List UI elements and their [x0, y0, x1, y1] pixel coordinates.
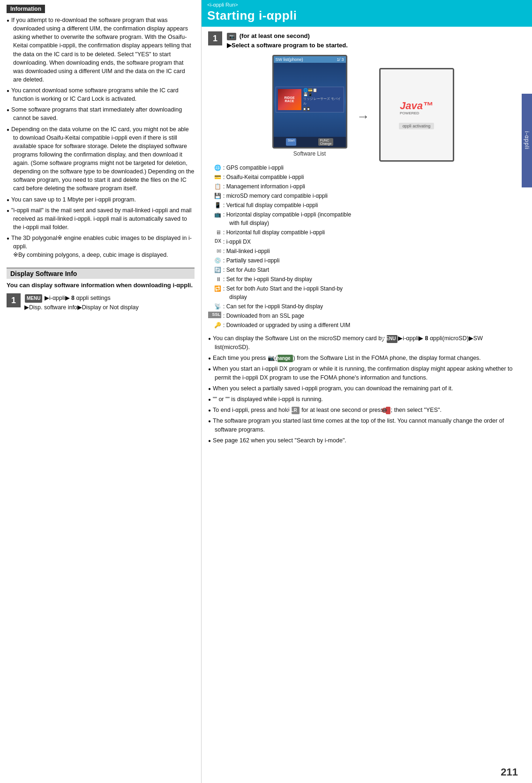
- step1-text1: ▶i-αppli▶ 8 αppli settings: [45, 295, 111, 301]
- activating-text: αppli activating: [399, 123, 435, 129]
- sw-game-thumb: RIDGERACE: [278, 89, 301, 110]
- partial-icon: 💿: [208, 256, 221, 265]
- phone-top-bar: SW list(phone) 1/ 3: [274, 56, 346, 63]
- phone-right-wrapper: Java™ POWERED αppli activating: [379, 68, 454, 162]
- step1-bold: 📷 (for at least one second): [227, 32, 310, 39]
- right-step1-content: 📷 (for at least one second) ▶Select a so…: [227, 31, 348, 50]
- phone-image-area: SW list(phone) 1/ 3 RIDGERACE: [208, 55, 518, 162]
- bullet-note: "" or "" is displayed while i-αppli is r…: [208, 395, 518, 403]
- phone-bottom: Start FUNCChange: [274, 137, 346, 147]
- osaifu-label: : Osaifu-Keitai compatible i-αppli: [223, 173, 518, 181]
- step1-line1: (for at least one second): [240, 32, 310, 39]
- sw-icon-row2: 💾📱: [303, 92, 342, 97]
- end-key: 📵: [386, 407, 390, 415]
- bullet-note: When you select a partially saved i-αppl…: [208, 384, 518, 393]
- icon-row-standby: ⏸ : Set for the i-αppli Stand-by display: [208, 275, 518, 283]
- sw-item-icons: 🌐💳📋 💾📱 リッジ レーサーズ モバイル ■ ■: [303, 88, 342, 111]
- icon-row-microsd: 💾 : microSD memory card compatible i-αpp…: [208, 192, 518, 200]
- left-column: Information If you attempt to re-downloa…: [0, 0, 202, 783]
- page-wrapper: Information If you attempt to re-downloa…: [0, 0, 532, 783]
- bullet-note: Each time you press 📷(Change) from the S…: [208, 354, 518, 363]
- mail-icon: ✉: [208, 247, 221, 255]
- phone-screen-inner-left: SW list(phone) 1/ 3 RIDGERACE: [274, 56, 346, 147]
- phone-left-wrapper: SW list(phone) 1/ 3 RIDGERACE: [272, 55, 347, 162]
- microsd-label: : microSD memory card compatible i-αppli: [223, 192, 518, 200]
- phone-screen-left: SW list(phone) 1/ 3 RIDGERACE: [272, 55, 347, 149]
- icon-row-ssl: SSL : Downloaded from an SSL page: [208, 312, 518, 320]
- mail-label: : Mail-linked i-αppli: [223, 247, 518, 255]
- info-header: Information: [7, 5, 45, 13]
- java-logo-area: Java™ POWERED: [400, 101, 433, 120]
- sw-item-tags: ■ ■: [303, 107, 342, 111]
- vertical-icon: 📱: [208, 201, 221, 209]
- diffuim-label: : Downloaded or upgraded by using a diff…: [223, 321, 518, 329]
- java-logo: Java™: [400, 101, 433, 111]
- autostart-label: : Set for Auto Start: [223, 266, 518, 274]
- arrow-right-icon: →: [357, 109, 370, 124]
- vertical-label: : Vertical full display compatible i-αpp…: [223, 201, 518, 209]
- right-step-number-1: 1: [208, 31, 222, 45]
- java-content: Java™ POWERED αppli activating: [399, 69, 435, 160]
- change-key: Change: [277, 355, 293, 363]
- mgmt-label: : Management information i-αppli: [223, 182, 518, 191]
- autostart-icon: 🔄: [208, 266, 221, 274]
- info-box: Information If you attempt to re-downloa…: [7, 5, 195, 259]
- ssl-label: : Downloaded from an SSL page: [223, 312, 518, 320]
- list-item: Depending on the data volume on the IC c…: [7, 125, 195, 193]
- sw-list-label: SW list(phone): [276, 57, 303, 62]
- horizontal-icon: 📺: [208, 210, 221, 219]
- step1-text2: ▶Disp. software info▶Display or Not disp…: [24, 304, 139, 311]
- canset-label: : Can set for the i-αppli Stand-by displ…: [223, 302, 518, 311]
- hfull-icon: 🖥: [208, 228, 221, 237]
- dx-icon: DX: [208, 238, 221, 245]
- bullet-note: You can display the Software List on the…: [208, 334, 518, 351]
- partial-label: : Partially saved i-αppli: [223, 256, 518, 265]
- list-item: You can save up to 1 Mbyte per i-αppli p…: [7, 195, 195, 204]
- both-label: : Set for both Auto Start and the i-αppl…: [223, 284, 518, 301]
- diffuim-icon: 🔑: [208, 321, 221, 329]
- breadcrumb: <i-αppli Run>: [207, 2, 526, 7]
- right-header: <i-αppli Run> Starting i-αppli: [202, 0, 532, 27]
- phone-body-left: RIDGERACE 🌐💳📋 💾📱 リッジ レーサーズ モバイル: [274, 63, 346, 137]
- display-software-section: Display Software Info You can display so…: [7, 268, 195, 312]
- hfull-label: : Horizontal full display compatible i-α…: [223, 228, 518, 237]
- gps-icon: 🌐: [208, 164, 221, 172]
- icon-row-mail: ✉ : Mail-linked i-αppli: [208, 247, 518, 255]
- bullet-notes: You can display the Software List on the…: [208, 334, 518, 445]
- icon-row-mgmt: 📋 : Management information i-αppli: [208, 182, 518, 191]
- icon-row-gps: 🌐 : GPS compatible i-αppli: [208, 164, 518, 172]
- icon-row-canset: 📡 : Can set for the i-αppli Stand-by dis…: [208, 302, 518, 311]
- icon-row-dx: DX : i-αppli DX: [208, 238, 518, 246]
- menu-key-inline: MENU: [387, 335, 397, 343]
- camera-icon: 📷: [227, 33, 236, 40]
- page-number: 211: [501, 766, 518, 778]
- horizontal-label: : Horizontal display compatible i-αppli …: [223, 210, 518, 227]
- software-list-label: Software List: [293, 150, 326, 157]
- section-subtitle: You can display software information whe…: [7, 282, 195, 289]
- list-item: You cannot download some software progra…: [7, 86, 195, 103]
- sw-icon-row1: 🌐💳📋: [303, 88, 342, 92]
- list-item: If you attempt to re-download the softwa…: [7, 16, 195, 84]
- right-step1: 1 📷 (for at least one second) ▶Select a …: [208, 31, 518, 50]
- sw-item-1: RIDGERACE 🌐💳📋 💾📱 リッジ レーサーズ モバイル: [276, 87, 344, 112]
- section-title: Display Software Info: [7, 268, 195, 279]
- java-powered: POWERED: [400, 111, 433, 115]
- standby-icon: ⏸: [208, 275, 221, 283]
- sw-tag2: ■: [307, 107, 310, 111]
- start-btn: Start: [286, 138, 297, 146]
- list-item: "i-αppli mail" is the mail sent and save…: [7, 206, 195, 231]
- both-icon: 🔁: [208, 284, 221, 293]
- microsd-icon: 💾: [208, 192, 221, 200]
- step1-line2: ▶Select a software program to be started…: [227, 42, 348, 49]
- osaifu-icon: 💳: [208, 173, 221, 181]
- icon-row-diffuim: 🔑 : Downloaded or upgraded by using a di…: [208, 321, 518, 329]
- game-title: RIDGERACE: [284, 96, 294, 103]
- sw-list-items: RIDGERACE 🌐💳📋 💾📱 リッジ レーサーズ モバイル: [274, 85, 346, 115]
- menu-key: MENU: [25, 294, 42, 303]
- bullet-note: When you start an i-αppli DX program or …: [208, 365, 518, 381]
- dx-label: : i-αppli DX: [223, 238, 518, 246]
- info-list: If you attempt to re-download the softwa…: [7, 16, 195, 259]
- sw-item-name: リッジ レーサーズ モバイル: [303, 97, 342, 106]
- right-content: 1 📷 (for at least one second) ▶Select a …: [202, 27, 532, 452]
- mgmt-icon: 📋: [208, 182, 221, 191]
